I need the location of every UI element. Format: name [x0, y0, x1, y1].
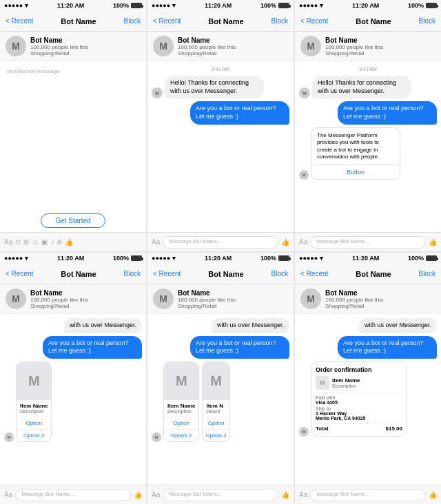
- block-button-2[interactable]: Block: [271, 17, 288, 25]
- receipt-total-amount: $15.00: [386, 426, 402, 432]
- camera-icon-1[interactable]: ⊙: [15, 238, 21, 246]
- time-2: 11:20 AM: [205, 2, 232, 9]
- profile-likes-6: 100,000 people like this: [325, 297, 435, 303]
- input-bar-1: Aa ⊙ ⊞ ☺ ▣ ♪ ⊕ 👍: [0, 232, 146, 251]
- battery-pct-2: 100%: [260, 2, 276, 9]
- battery-icon-4: [131, 255, 142, 261]
- gif-icon-1[interactable]: ▣: [41, 238, 48, 246]
- back-button-6[interactable]: < Recent: [300, 270, 328, 277]
- signal-icon-1: ●●●●●: [4, 2, 23, 9]
- profile-avatar-3: M: [300, 36, 321, 56]
- like-icon-2[interactable]: 👍: [281, 238, 289, 246]
- profile-category-1: Shopping/Retail: [30, 50, 141, 56]
- status-left-3: ●●●●● ▾: [299, 2, 323, 9]
- msg-row-partial-4: with us over Messenger.: [4, 318, 142, 333]
- profile-header-4: M Bot Name 100,000 people like this Shop…: [0, 284, 146, 314]
- intro-label-1: Introduction message: [4, 68, 142, 74]
- card-image-4: M: [17, 362, 51, 400]
- profile-avatar-5: M: [153, 288, 174, 309]
- receipt-item-info: Item Name Description: [332, 377, 360, 388]
- cards-row-5: M Item Name Description Option Option 2 …: [163, 361, 230, 442]
- like-icon-6[interactable]: 👍: [429, 491, 437, 498]
- mic-icon-1[interactable]: ♪: [50, 238, 54, 246]
- card-content-4: Item Name Description: [17, 400, 51, 417]
- card-option-5a1[interactable]: Option: [164, 417, 198, 429]
- profile-likes-2: 100,000 people like this: [178, 44, 288, 50]
- status-bar-6: ●●●●● ▾ 11:20 AM 100%: [295, 253, 441, 264]
- time-5: 11:20 AM: [205, 255, 232, 262]
- input-bar-3: Aa Message Bot Name... 👍: [295, 232, 441, 251]
- card-option-5a2[interactable]: Option 2: [164, 429, 198, 441]
- card-option-5b2[interactable]: Option 2: [203, 429, 229, 441]
- back-button-4[interactable]: < Recent: [6, 270, 33, 277]
- signal-icon-4: ●●●●●: [4, 255, 23, 262]
- card-name-4: Item Name: [20, 403, 48, 409]
- card-option-4b[interactable]: Option 2: [17, 429, 51, 441]
- panel-receipt: ●●●●● ▾ 11:20 AM 100% < Recent Bot Name …: [295, 253, 441, 504]
- message-input-3[interactable]: Message Bot Name...: [310, 236, 426, 249]
- profile-info-4: Bot Name 100,000 people like this Shoppi…: [30, 289, 141, 309]
- status-right-3: 100%: [408, 2, 437, 9]
- message-input-5[interactable]: Message Bot Name...: [163, 489, 278, 501]
- card-option-4a[interactable]: Option: [17, 417, 51, 429]
- message-input-4[interactable]: Message Bot Name...: [15, 489, 131, 501]
- profile-info-3: Bot Name 100,000 people like this Shoppi…: [325, 36, 435, 56]
- profile-avatar-1: M: [6, 36, 26, 56]
- location-icon-1[interactable]: ⊕: [57, 238, 62, 246]
- block-button-4[interactable]: Block: [124, 270, 141, 277]
- sticker-icon-1[interactable]: ☺: [32, 238, 39, 246]
- profile-category-5: Shopping/Retail: [178, 303, 288, 309]
- profile-likes-3: 100,000 people like this: [325, 44, 435, 50]
- aa-icon-6: Aa: [299, 491, 307, 498]
- block-button-6[interactable]: Block: [419, 270, 435, 277]
- msg-row-button-card: M The Messenger Platform provides you wi…: [299, 127, 437, 180]
- back-button-5[interactable]: < Recent: [153, 270, 181, 277]
- msg-row-partial-6: with us over Messenger.: [299, 318, 437, 333]
- wifi-icon-2: ▾: [172, 2, 176, 9]
- profile-category-4: Shopping/Retail: [30, 303, 141, 309]
- card-content-5b: Item N Descri: [203, 400, 229, 417]
- message-input-2[interactable]: Message Bot Name...: [163, 236, 278, 249]
- profile-info-6: Bot Name 100,000 people like this Shoppi…: [325, 289, 435, 309]
- battery-icon-6: [426, 255, 437, 261]
- card-option-5b1[interactable]: Option: [203, 417, 229, 429]
- back-button-2[interactable]: < Recent: [153, 17, 181, 25]
- profile-likes-5: 100,000 people like this: [178, 297, 288, 303]
- like-icon-4[interactable]: 👍: [134, 491, 142, 498]
- msg-row-outgoing-5: Are you a bot or real person? Let me gue…: [152, 336, 289, 359]
- msg-avatar-5: M: [152, 432, 161, 442]
- status-bar-5: ●●●●● ▾ 11:20 AM 100%: [147, 253, 294, 264]
- status-bar-1: ●●●●● ▾ 11:20 AM 100%: [0, 0, 146, 11]
- bubble-outgoing-1: Are you a bot or real person? Let me gue…: [190, 101, 289, 124]
- card-image-5b: M: [203, 362, 229, 400]
- time-1: 11:20 AM: [57, 2, 84, 9]
- button-card-action[interactable]: Button: [311, 165, 400, 179]
- msg-row-cards-5: M M Item Name Description Option Option …: [152, 361, 289, 442]
- msg-avatar-3b: M: [299, 170, 309, 180]
- message-input-6[interactable]: Message Bot Name...: [310, 489, 426, 501]
- receipt-visa: Visa 4405: [316, 400, 338, 405]
- image-icon-1[interactable]: ⊞: [23, 238, 29, 246]
- like-icon-5[interactable]: 👍: [281, 491, 289, 498]
- receipt-ship-to: Ship to 1 Hacker WayMenlo Park, CA 94025: [316, 406, 402, 421]
- profile-info-2: Bot Name 100,000 people like this Shoppi…: [178, 36, 288, 56]
- msg-avatar-3: M: [299, 87, 310, 98]
- like-icon-3[interactable]: 👍: [429, 238, 437, 246]
- profile-category-2: Shopping/Retail: [178, 50, 288, 56]
- back-button-3[interactable]: < Recent: [300, 17, 328, 25]
- aa-icon-2: Aa: [152, 238, 160, 246]
- block-button-1[interactable]: Block: [124, 17, 141, 25]
- get-started-button[interactable]: Get Started: [41, 213, 105, 228]
- nav-title-6: Bot Name: [356, 270, 391, 278]
- block-button-3[interactable]: Block: [419, 17, 435, 25]
- nav-bar-6: < Recent Bot Name Block: [295, 264, 441, 284]
- messages-area-3: 9:41 AM M Hello! Thanks for connecting w…: [295, 61, 441, 232]
- msg-avatar-2: M: [152, 87, 163, 98]
- card-image-5a: M: [164, 362, 198, 400]
- like-icon-1[interactable]: 👍: [65, 238, 73, 246]
- card-desc-5a: Description: [167, 409, 195, 414]
- block-button-5[interactable]: Block: [271, 270, 288, 277]
- product-card-5b: M Item N Descri Option Option 2: [202, 361, 229, 442]
- receipt-item-name: Item Name: [332, 377, 360, 384]
- back-button-1[interactable]: < Recent: [6, 17, 33, 25]
